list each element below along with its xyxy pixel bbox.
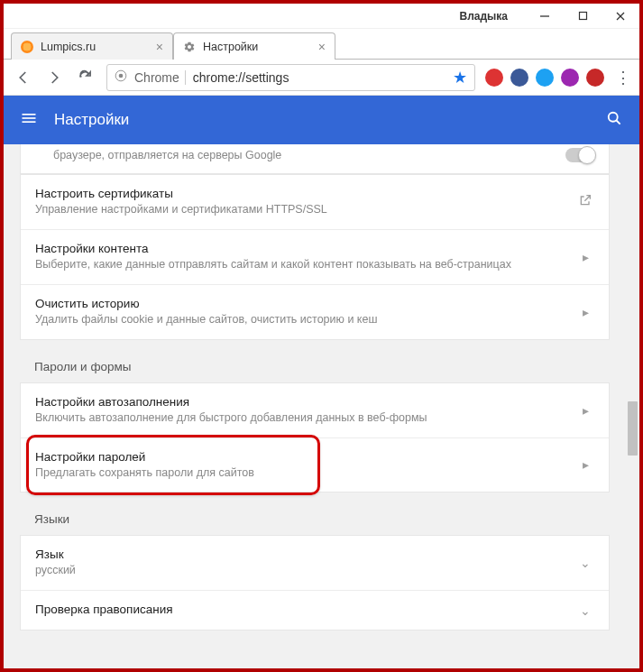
row-clear-history[interactable]: Очистить историю Удалить файлы cookie и … (21, 284, 609, 339)
setting-row-title: Настройки автозаполнения (35, 395, 558, 409)
window-user-label[interactable]: Владыка (459, 10, 508, 23)
window-titlebar: Владыка (4, 4, 639, 29)
chevron-right-icon: ▸ (576, 250, 594, 264)
row-configure-certificates[interactable]: Настроить сертификаты Управление настрой… (21, 175, 609, 229)
settings-header: Настройки (4, 96, 639, 144)
window-minimize-button[interactable] (526, 4, 564, 29)
chevron-right-icon: ▸ (576, 403, 594, 418)
row-content-settings[interactable]: Настройки контента Выберите, какие данны… (21, 229, 609, 284)
setting-row-subtitle: Выберите, какие данные отправлять сайтам… (35, 257, 558, 272)
row-spellcheck[interactable]: Проверка правописания ⌄ (21, 590, 609, 630)
extension-icon[interactable] (485, 69, 503, 87)
svg-rect-8 (23, 121, 36, 123)
browser-tab-lumpics[interactable]: Lumpics.ru × (11, 32, 173, 60)
search-icon[interactable] (605, 109, 623, 132)
svg-rect-6 (23, 114, 36, 115)
settings-content-area: браузере, отправляется на серверы Google… (4, 144, 639, 668)
reload-button[interactable] (70, 63, 99, 92)
url-text: chrome://settings (193, 70, 446, 85)
svg-point-5 (119, 74, 124, 78)
setting-row-title: Настройки паролей (35, 450, 558, 464)
open-external-icon (576, 193, 594, 211)
setting-row-subtitle: Предлагать сохранять пароли для сайтов (35, 465, 558, 481)
settings-card-privacy: Настроить сертификаты Управление настрой… (20, 174, 610, 340)
setting-row-subtitle: Включить автозаполнение для быстрого доб… (35, 410, 558, 426)
chevron-right-icon: ▸ (576, 305, 594, 319)
svg-line-10 (617, 120, 620, 124)
back-button[interactable] (9, 63, 38, 92)
url-scheme-label: Chrome (134, 70, 186, 85)
browser-toolbar: Chrome chrome://settings ★ ⋮ (4, 60, 639, 96)
row-language[interactable]: Язык русский ⌄ (21, 536, 609, 590)
browser-menu-button[interactable]: ⋮ (612, 68, 634, 87)
tab-label: Настройки (203, 41, 258, 53)
extension-icon[interactable] (586, 69, 604, 87)
app-window: Владыка Lumpics.ru × Настройки × (0, 0, 643, 672)
tab-label: Lumpics.ru (41, 41, 96, 53)
row-autofill-settings[interactable]: Настройки автозаполнения Включить автоза… (21, 383, 609, 437)
extension-icon[interactable] (536, 69, 554, 87)
scrollbar-thumb[interactable] (628, 401, 638, 456)
chrome-icon (115, 69, 129, 85)
svg-point-9 (609, 112, 618, 121)
setting-row-subtitle: русский (35, 563, 558, 578)
caret-down-icon: ⌄ (576, 603, 594, 618)
svg-rect-7 (23, 117, 36, 119)
orange-slice-icon (21, 41, 33, 53)
row-password-settings[interactable]: Настройки паролей Предлагать сохранять п… (21, 437, 609, 492)
gear-icon (183, 41, 196, 53)
setting-row-title: Очистить историю (35, 297, 558, 310)
close-icon[interactable]: × (318, 40, 326, 54)
address-bar[interactable]: Chrome chrome://settings ★ (106, 64, 475, 91)
settings-scroll-content: браузере, отправляется на серверы Google… (4, 144, 626, 668)
setting-row-subtitle: браузере, отправляется на серверы Google (53, 149, 565, 161)
setting-row-title: Настройки контента (35, 242, 558, 255)
window-close-button[interactable] (602, 4, 639, 29)
settings-card-languages: Язык русский ⌄ Проверка правописания ⌄ (20, 535, 610, 631)
setting-row-subtitle: Удалить файлы cookie и данные сайтов, оч… (35, 312, 558, 327)
hamburger-menu-icon[interactable] (20, 109, 38, 132)
browser-tab-settings[interactable]: Настройки × (173, 32, 335, 60)
extension-icon[interactable] (561, 69, 579, 87)
chevron-right-icon: ▸ (576, 457, 594, 472)
close-icon[interactable]: × (156, 40, 163, 54)
settings-title: Настройки (54, 111, 605, 129)
settings-card-passwords: Настройки автозаполнения Включить автоза… (20, 382, 610, 493)
tab-strip: Lumpics.ru × Настройки × (4, 29, 639, 60)
svg-rect-1 (579, 13, 586, 20)
scrollbar-track[interactable] (626, 144, 639, 668)
section-heading-languages: Языки (4, 492, 626, 535)
setting-row-title: Язык (35, 548, 558, 561)
window-maximize-button[interactable] (564, 4, 602, 29)
setting-row-title: Проверка правописания (35, 603, 558, 616)
forward-button[interactable] (40, 63, 69, 92)
section-heading-passwords: Пароли и формы (4, 340, 626, 382)
setting-row-subtitle: Управление настройками и сертификатами H… (35, 202, 558, 217)
bookmark-star-icon[interactable]: ★ (453, 68, 467, 87)
caret-down-icon: ⌄ (576, 556, 594, 570)
toggle-switch[interactable] (565, 148, 594, 162)
extension-icon[interactable] (510, 69, 528, 87)
setting-row-title: Настроить сертификаты (35, 187, 558, 200)
